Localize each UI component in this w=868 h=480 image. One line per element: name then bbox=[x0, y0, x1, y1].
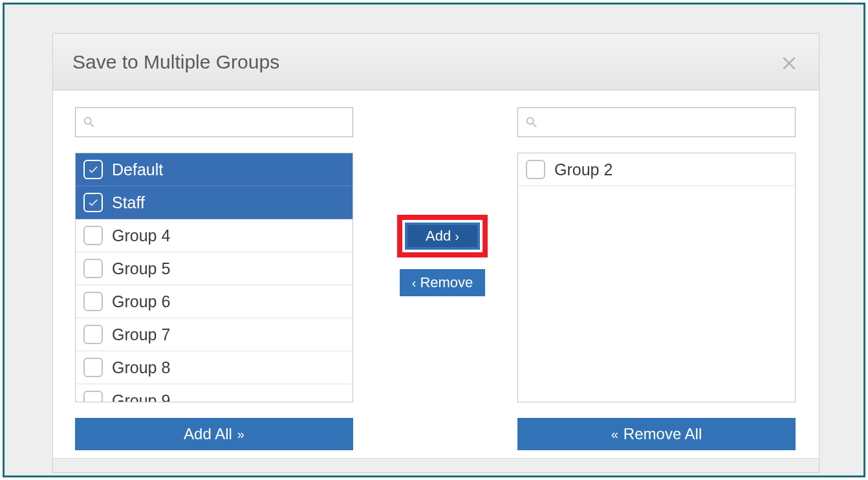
add-label: Add bbox=[426, 228, 451, 245]
double-chevron-left-icon: « bbox=[611, 428, 618, 441]
list-item-label: Group 2 bbox=[554, 160, 613, 179]
list-item-label: Group 5 bbox=[112, 259, 170, 278]
list-item-label: Group 7 bbox=[112, 325, 170, 344]
checkbox[interactable] bbox=[83, 259, 103, 278]
list-item[interactable]: Group 9 bbox=[76, 384, 353, 402]
available-groups-list[interactable]: DefaultStaffGroup 4Group 5Group 6Group 7… bbox=[75, 153, 353, 402]
list-item-label: Default bbox=[112, 160, 163, 179]
list-item[interactable]: Group 6 bbox=[76, 285, 353, 318]
list-item[interactable]: Staff bbox=[76, 186, 353, 219]
list-item[interactable]: Group 2 bbox=[518, 153, 795, 186]
add-button-highlight: Add › bbox=[397, 215, 488, 257]
close-icon bbox=[779, 52, 799, 72]
close-button[interactable] bbox=[776, 49, 802, 75]
available-search-box[interactable] bbox=[75, 107, 353, 137]
add-button[interactable]: Add › bbox=[405, 223, 480, 250]
check-icon bbox=[87, 164, 99, 175]
selected-search-box[interactable] bbox=[517, 107, 796, 137]
list-item[interactable]: Default bbox=[76, 153, 353, 186]
checkbox[interactable] bbox=[83, 325, 103, 344]
dialog-title: Save to Multiple Groups bbox=[72, 51, 279, 73]
transfer-buttons: Add › ‹ Remove bbox=[391, 215, 494, 296]
add-all-button[interactable]: Add All » bbox=[75, 418, 353, 450]
chevron-left-icon: ‹ bbox=[412, 276, 417, 289]
dialog-save-to-multiple-groups: Save to Multiple Groups DefaultStaffGrou… bbox=[52, 33, 819, 473]
available-search-input[interactable] bbox=[102, 108, 349, 136]
remove-button[interactable]: ‹ Remove bbox=[400, 269, 485, 296]
checkbox[interactable] bbox=[83, 226, 103, 245]
list-item-label: Group 4 bbox=[112, 226, 170, 245]
dialog-header: Save to Multiple Groups bbox=[53, 34, 819, 91]
selected-groups-panel: Group 2 « Remove All bbox=[517, 107, 796, 450]
checkbox[interactable] bbox=[83, 358, 103, 377]
checkbox[interactable] bbox=[83, 292, 103, 311]
add-all-label: Add All bbox=[184, 425, 232, 443]
available-groups-panel: DefaultStaffGroup 4Group 5Group 6Group 7… bbox=[75, 107, 353, 450]
list-item-label: Group 6 bbox=[112, 292, 170, 311]
remove-all-button[interactable]: « Remove All bbox=[517, 418, 796, 450]
list-item[interactable]: Group 4 bbox=[76, 219, 353, 252]
list-item[interactable]: Group 5 bbox=[76, 252, 353, 285]
selected-groups-list[interactable]: Group 2 bbox=[517, 153, 796, 402]
list-item-label: Staff bbox=[112, 193, 145, 212]
list-item-label: Group 9 bbox=[112, 391, 170, 403]
dialog-body: DefaultStaffGroup 4Group 5Group 6Group 7… bbox=[53, 91, 819, 472]
checkbox[interactable] bbox=[83, 193, 103, 212]
check-icon bbox=[87, 197, 99, 208]
selected-search-input[interactable] bbox=[544, 108, 791, 136]
checkbox[interactable] bbox=[83, 160, 103, 179]
remove-label: Remove bbox=[420, 274, 473, 291]
dialog-footer bbox=[53, 458, 819, 472]
remove-all-label: Remove All bbox=[624, 425, 702, 443]
checkbox[interactable] bbox=[83, 391, 103, 402]
search-icon bbox=[525, 115, 539, 129]
list-item[interactable]: Group 7 bbox=[76, 318, 353, 351]
search-icon bbox=[82, 115, 96, 129]
list-item-label: Group 8 bbox=[112, 358, 170, 377]
window-frame: Save to Multiple Groups DefaultStaffGrou… bbox=[3, 3, 865, 477]
chevron-right-icon: › bbox=[455, 230, 459, 243]
list-item[interactable]: Group 8 bbox=[76, 351, 353, 384]
checkbox[interactable] bbox=[526, 160, 545, 179]
double-chevron-right-icon: » bbox=[237, 428, 244, 441]
